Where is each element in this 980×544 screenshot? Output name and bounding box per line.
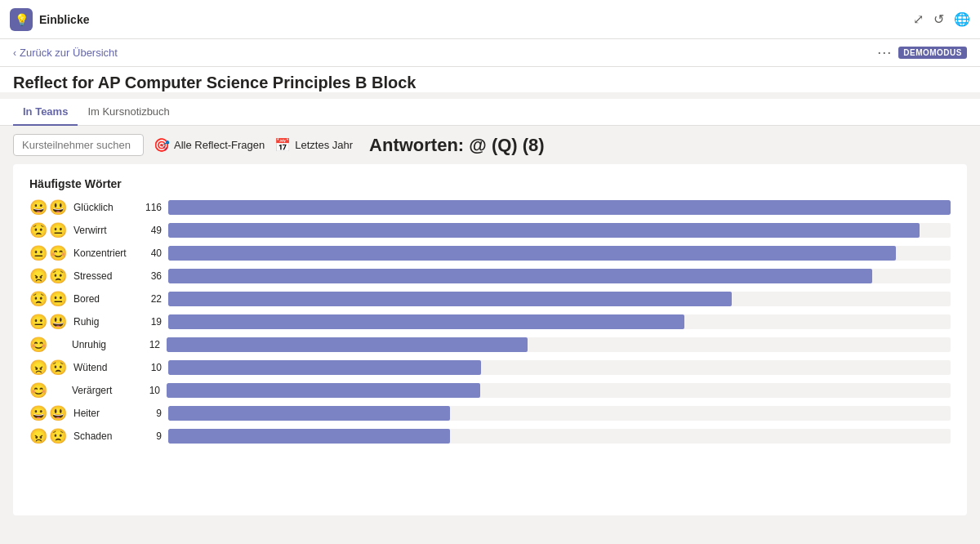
word-label: Wütend (74, 362, 132, 373)
bar-track (168, 406, 951, 421)
emoji-icon: 😟 (29, 292, 47, 306)
bar-fill (168, 200, 951, 215)
bar-row: 😐😃Ruhig19 (29, 314, 951, 329)
bar-track (168, 269, 951, 283)
filter-reflect-fragen[interactable]: 🎯 Alle Reflect-Fragen (154, 137, 265, 153)
word-label: Schaden (74, 430, 132, 442)
title-bar: 💡 Einblicke ⤢ ↺ 🌐 (0, 0, 980, 39)
emoji-icon: 😃 (49, 406, 67, 421)
back-label: Zurück zur Übersicht (20, 47, 118, 59)
emoji-filter-icon: 🎯 (154, 137, 170, 153)
globe-icon[interactable]: 🌐 (954, 11, 970, 27)
emoji-group: 😟😐 (29, 292, 67, 306)
bar-track (167, 337, 951, 352)
emoji-icon: 😟 (49, 429, 67, 444)
bar-row: 😀😃Glücklich116 (29, 200, 951, 215)
emoji-icon: 😠 (29, 360, 47, 375)
bar-track (168, 429, 951, 444)
bar-count: 36 (139, 270, 162, 282)
word-label: Ruhig (74, 316, 132, 328)
bar-fill (168, 223, 920, 238)
bar-row: 😟😐Verwirrt49 (29, 223, 951, 238)
refresh-icon[interactable]: ↺ (933, 11, 944, 27)
expand-icon[interactable]: ⤢ (913, 11, 924, 27)
word-label: Verwirrt (74, 225, 132, 236)
bar-track (168, 292, 951, 306)
calendar-filter-icon: 📅 (274, 137, 291, 153)
bar-count: 10 (137, 385, 160, 396)
emoji-icon: 😐 (49, 292, 67, 306)
bar-track (168, 314, 951, 329)
emoji-group: 😊 (29, 383, 65, 398)
emoji-group: 😠😟 (29, 429, 67, 444)
emoji-group: 😊 (29, 337, 65, 352)
emoji-group: 😐😊 (29, 246, 67, 261)
back-arrow-icon: ‹ (13, 47, 16, 59)
bar-row: 😀😃Heiter9 (29, 406, 951, 421)
word-label: Stressed (74, 270, 132, 282)
bar-track (168, 246, 951, 261)
emoji-group: 😠😟 (29, 269, 67, 283)
demo-badge: DEMOMODUS (898, 47, 967, 59)
word-label: Heiter (74, 408, 132, 419)
emoji-group: 😟😐 (29, 223, 67, 238)
bar-fill (168, 360, 481, 375)
bar-row: 😠😟Wütend10 (29, 360, 951, 375)
emoji-icon: 😊 (29, 383, 47, 398)
bar-row: 😠😟Schaden9 (29, 429, 951, 444)
bar-track (167, 383, 951, 398)
word-label: Bored (74, 293, 132, 305)
bar-fill (167, 383, 480, 398)
bars-container: 😀😃Glücklich116😟😐Verwirrt49😐😊Konzentriert… (29, 200, 951, 444)
emoji-group: 😐😃 (29, 314, 67, 329)
emoji-group: 😀😃 (29, 406, 67, 421)
tab-im-kursnotizbuch[interactable]: Im Kursnotizbuch (78, 99, 179, 126)
app-icon: 💡 (10, 8, 33, 31)
nav-right: ··· DEMOMODUS (877, 44, 967, 61)
emoji-icon: 😠 (29, 269, 47, 283)
main-header: Reflect for AP Computer Science Principl… (0, 67, 980, 92)
filter-reflect-label: Alle Reflect-Fragen (174, 139, 265, 151)
bar-count: 49 (139, 225, 162, 236)
emoji-icon: 😊 (49, 246, 67, 261)
bar-row: 😟😐Bored22 (29, 292, 951, 306)
bar-fill (167, 337, 528, 352)
bar-track (168, 223, 951, 238)
emoji-icon: 😐 (29, 246, 47, 261)
bar-count: 10 (139, 362, 162, 373)
tab-in-teams[interactable]: In Teams (13, 99, 78, 126)
emoji-group: 😀😃 (29, 200, 67, 215)
emoji-icon: 😐 (49, 223, 67, 238)
emoji-group: 😠😟 (29, 360, 67, 375)
filter-letztes-jahr[interactable]: 📅 Letztes Jahr (274, 137, 353, 153)
emoji-icon: 😟 (49, 269, 67, 283)
bar-count: 19 (139, 316, 162, 328)
filter-year-label: Letztes Jahr (295, 139, 353, 151)
word-label: Glücklich (74, 202, 132, 213)
bar-row: 😊Unruhig12 (29, 337, 951, 352)
title-bar-right: ⤢ ↺ 🌐 (913, 11, 970, 27)
bar-fill (168, 246, 896, 261)
answers-label: Antworten: @ (Q) (8) (369, 135, 545, 156)
bar-row: 😊Verärgert10 (29, 383, 951, 398)
word-label: Konzentriert (74, 247, 132, 259)
word-label: Unruhig (72, 339, 131, 350)
bar-count: 40 (139, 247, 162, 259)
nav-bar: ‹ Zurück zur Übersicht ··· DEMOMODUS (0, 39, 980, 67)
app-title: Einblicke (39, 13, 89, 26)
bar-row: 😐😊Konzentriert40 (29, 246, 951, 261)
bar-track (168, 200, 951, 215)
emoji-icon: 😐 (29, 314, 47, 329)
chart-content: Häufigste Wörter 😀😃Glücklich116😟😐Verwirr… (13, 164, 967, 515)
bar-fill (168, 406, 450, 421)
word-label: Verärgert (72, 385, 131, 396)
toolbar: 🎯 Alle Reflect-Fragen 📅 Letztes Jahr Ant… (0, 126, 980, 164)
bar-count: 9 (139, 430, 162, 442)
emoji-icon: 😟 (49, 360, 67, 375)
bar-fill (168, 292, 732, 306)
more-options-icon[interactable]: ··· (877, 44, 892, 61)
emoji-icon: 😀 (29, 200, 47, 215)
back-link[interactable]: ‹ Zurück zur Übersicht (13, 47, 118, 59)
search-input[interactable] (13, 134, 144, 156)
page-title: Reflect for AP Computer Science Principl… (13, 74, 967, 92)
